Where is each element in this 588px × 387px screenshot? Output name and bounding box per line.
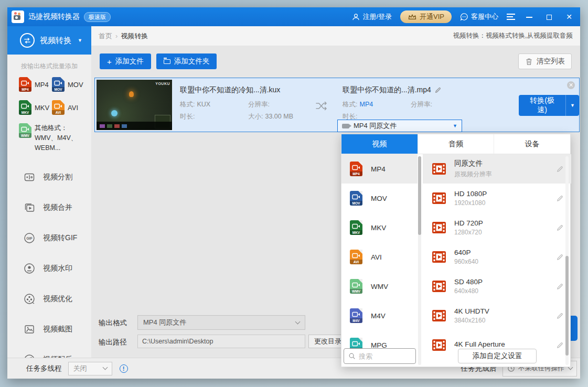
shortcut-mp4[interactable]: MP4 MP4 [19, 77, 52, 92]
app-window: 迅捷视频转换器 极速版 注册/登录 开通VIP 客服中心 ✕ 视频转换 [7, 7, 580, 379]
output-format-select[interactable]: MP4 同原文件 [137, 315, 305, 330]
source-file-name: 联盟中你不知道的冷知...清.kux [180, 85, 311, 95]
batch-add-hint: 按输出格式批量添加 [7, 55, 91, 76]
convert-button[interactable]: 转换(极速) [519, 95, 565, 116]
mkv-file-icon: MKV [19, 100, 31, 115]
preset-hd-1080p[interactable]: HD 1080P1920x1080 [423, 184, 571, 213]
edit-preset-icon[interactable] [556, 165, 564, 173]
format-option-mov[interactable]: MOV MOV [341, 184, 418, 213]
edit-preset-icon[interactable] [556, 283, 564, 291]
shortcut-avi[interactable]: AVI AVI [52, 100, 85, 115]
mp4-file-icon: MP4 [350, 162, 362, 176]
format-option-mkv[interactable]: MKV MKV [341, 213, 418, 242]
video-thumbnail[interactable]: YOUKU [97, 80, 172, 130]
music-icon [23, 353, 36, 358]
sidebar-item-soundtrack[interactable]: 视频配乐 [7, 345, 91, 358]
format-option-m4v[interactable]: M4V M4V [341, 301, 418, 330]
app-logo-icon [12, 10, 24, 23]
output-path-label: 输出路径 [99, 338, 127, 347]
shuffle-icon [315, 101, 328, 111]
sidebar-item-video-split[interactable]: 视频分割 [7, 162, 91, 192]
edit-preset-icon[interactable] [556, 224, 564, 232]
breadcrumb-home[interactable]: 首页 [99, 31, 112, 41]
info-icon[interactable]: ! [120, 364, 128, 373]
tab-video[interactable]: 视频 [341, 134, 418, 154]
remove-file-icon[interactable]: ✕ [567, 81, 575, 89]
film-icon [432, 339, 446, 351]
sidebar-item-video-to-gif[interactable]: 视频转GIF [7, 223, 91, 253]
titlebar: 迅捷视频转换器 极速版 注册/登录 开通VIP 客服中心 ✕ [7, 7, 580, 26]
camera-icon [342, 124, 349, 128]
add-custom-preset-button[interactable]: 添加自定义设置 [458, 349, 537, 363]
convert-options-arrow[interactable]: ▼ [565, 95, 579, 116]
login-button[interactable]: 注册/登录 [352, 12, 392, 22]
edit-preset-icon[interactable] [556, 195, 564, 202]
breadcrumb: 首页 › 视频转换 视频转换：视频格式转换,从视频提取音频 [91, 26, 580, 46]
wmv-file-icon: WMV [350, 279, 362, 294]
add-folder-button[interactable]: 添加文件夹 [156, 53, 217, 69]
chevron-down-icon: ▼ [453, 123, 457, 128]
menu-icon[interactable] [507, 12, 515, 22]
format-list-scrollbar[interactable] [418, 156, 421, 365]
support-button[interactable]: 客服中心 [460, 12, 498, 22]
maximize-button[interactable] [543, 13, 555, 21]
format-list: MP4 MP4 MOV MOV MKV MKV AVI AVI WMV WM [341, 154, 418, 367]
edition-badge: 极速版 [84, 12, 111, 22]
shortcut-mov[interactable]: MOV MOV [52, 77, 85, 92]
wmv-file-icon: WMV [19, 123, 31, 138]
add-file-button[interactable]: + 添加文件 [100, 53, 151, 69]
crown-icon [408, 13, 417, 20]
row-preset-dropdown[interactable]: MP4 同原文件 ▼ [337, 120, 462, 132]
folder-icon [164, 59, 170, 64]
format-option-avi[interactable]: AVI AVI [341, 242, 418, 272]
watermark-icon [23, 262, 36, 275]
tab-audio[interactable]: 音频 [418, 134, 494, 154]
sidebar-item-watermark[interactable]: 视频水印 [7, 253, 91, 284]
output-path-input[interactable] [137, 335, 305, 348]
minimize-button[interactable] [523, 13, 535, 21]
chat-icon [460, 13, 468, 21]
rename-icon[interactable] [434, 87, 442, 94]
tab-device[interactable]: 设备 [494, 134, 570, 154]
thumbnail-watermark: YOUKU [155, 82, 170, 85]
edit-preset-icon[interactable] [556, 341, 564, 349]
preset-sd-480p[interactable]: SD 480P640x480 [423, 272, 571, 301]
close-button[interactable]: ✕ [563, 13, 575, 21]
file-task-row: YOUKU 联盟中你不知道的冷知...清.kux 格式:KUX 分辨率: 时长:… [94, 78, 580, 132]
film-icon [432, 281, 446, 292]
edit-preset-icon[interactable] [556, 253, 564, 261]
target-file-info: 联盟中你不知道的...清.mp4 格式:MP4 分辨率: 时长: [343, 85, 495, 121]
preset-same-as-source[interactable]: 同原文件原视频分辨率 [423, 154, 571, 184]
m4v-file-icon: M4V [350, 308, 362, 323]
multithread-select[interactable]: 关闭 [68, 362, 112, 375]
breadcrumb-current: 视频转换 [121, 31, 148, 41]
preset-hd-720p[interactable]: HD 720P1280x720 [423, 213, 571, 242]
sidebar-item-screenshot[interactable]: 视频截图 [7, 314, 91, 345]
avi-file-icon: AVI [350, 250, 362, 264]
mov-file-icon: MOV [350, 191, 362, 206]
edit-preset-icon[interactable] [556, 312, 564, 320]
avi-file-icon: AVI [52, 100, 65, 115]
shortcut-other-formats[interactable]: WMV 其他格式：WMV、M4V、WEBM... [19, 123, 85, 153]
trash-icon [525, 58, 533, 66]
mode-selector[interactable]: 视频转换 ▼ [7, 26, 91, 55]
search-input[interactable] [359, 352, 406, 360]
sidebar-item-video-merge[interactable]: 视频合并 [7, 192, 91, 223]
sidebar-menu: 视频分割 视频合并 视频转GIF 视频水印 视频优化 视频截图 [7, 162, 91, 358]
mp4-file-icon: MP4 [19, 77, 31, 92]
sidebar-item-optimize[interactable]: 视频优化 [7, 284, 91, 314]
clear-list-button[interactable]: 清空列表 [518, 53, 572, 69]
target-file-name: 联盟中你不知道的...清.mp4 [343, 85, 431, 95]
preset-640p[interactable]: 640P960x640 [423, 242, 571, 272]
format-option-mp4[interactable]: MP4 MP4 [341, 154, 418, 184]
vip-button[interactable]: 开通VIP [400, 10, 452, 23]
preset-4k-uhdtv[interactable]: 4K UHDTV3840x2160 [423, 301, 571, 330]
preset-list: 同原文件原视频分辨率 HD 1080P1920x1080 HD 720P1280… [423, 154, 571, 367]
format-option-wmv[interactable]: WMV WMV [341, 272, 418, 301]
preset-list-scrollbar[interactable] [565, 156, 569, 365]
film-icon [432, 251, 446, 263]
chevron-down-icon: ▼ [78, 38, 82, 43]
chevron-down-icon [295, 319, 301, 324]
mkv-file-icon: MKV [350, 220, 362, 235]
shortcut-mkv[interactable]: MKV MKV [19, 100, 52, 115]
